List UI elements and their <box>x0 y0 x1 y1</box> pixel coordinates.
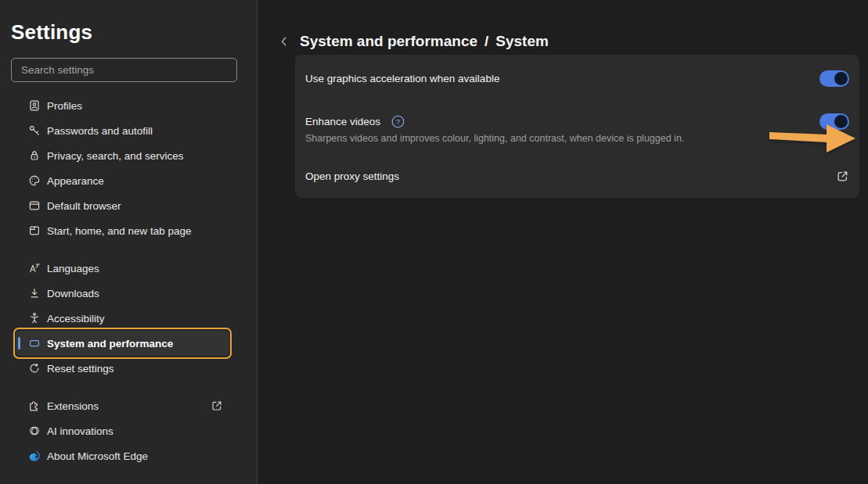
sidebar-item-label: Extensions <box>47 400 99 412</box>
sidebar-item-label: Privacy, search, and services <box>47 150 184 162</box>
setting-label: Enhance videos <box>305 116 380 127</box>
search-container <box>11 58 246 82</box>
sidebar-item-accessibility[interactable]: Accessibility <box>16 306 229 331</box>
sidebar-item-label: Start, home, and new tab page <box>47 225 192 237</box>
sidebar-item-label: Accessibility <box>47 313 105 324</box>
reset-icon <box>28 362 41 375</box>
sidebar-item-label: About Microsoft Edge <box>47 450 148 462</box>
sidebar-item-label: Passwords and autofill <box>47 125 153 137</box>
sidebar-item-label: Reset settings <box>47 363 114 375</box>
setting-label: Use graphics acceleration when available <box>305 73 499 84</box>
svg-text:?: ? <box>396 117 400 126</box>
key-icon <box>28 124 41 137</box>
system-settings-panel: Use graphics acceleration when available… <box>295 55 859 198</box>
sidebar-item-start-home-newtab[interactable]: Start, home, and new tab page <box>16 218 229 243</box>
nav-group-3: Extensions AI innovations <box>16 393 229 468</box>
selected-indicator <box>18 337 20 350</box>
external-link-icon <box>211 400 223 412</box>
toggle-knob <box>834 72 848 85</box>
sidebar-item-label: Appearance <box>47 175 104 187</box>
edge-settings-page: { "sidebar": { "title": "Settings", "sea… <box>0 0 868 484</box>
setting-description: Sharpens videos and improves colour, lig… <box>305 133 849 144</box>
label-cluster: Enhance videos ? <box>305 115 405 128</box>
puzzle-icon <box>28 400 41 412</box>
sidebar-item-label: Default browser <box>47 200 121 212</box>
edge-logo-icon <box>28 450 41 462</box>
sidebar-item-languages[interactable]: Languages <box>16 256 229 281</box>
sidebar-nav: Profiles Passwords and autofill Privacy,… <box>0 93 257 468</box>
palette-icon <box>28 174 41 187</box>
sidebar-item-about-edge[interactable]: About Microsoft Edge <box>16 443 229 468</box>
external-link-icon[interactable] <box>836 170 849 183</box>
sidebar-item-label: System and performance <box>47 338 173 350</box>
lock-icon <box>28 149 41 162</box>
ai-icon <box>28 425 41 437</box>
browser-window-icon <box>28 199 41 212</box>
monitor-icon <box>28 337 41 350</box>
sidebar-item-privacy[interactable]: Privacy, search, and services <box>16 143 229 168</box>
settings-sidebar: Settings Profiles Passwords and auto <box>0 0 258 484</box>
language-icon <box>28 262 41 274</box>
sidebar-item-passwords[interactable]: Passwords and autofill <box>16 118 229 143</box>
toggle-knob <box>834 115 848 128</box>
graphics-acceleration-toggle[interactable] <box>819 70 849 87</box>
breadcrumb-separator: / <box>484 33 488 50</box>
help-icon[interactable]: ? <box>391 115 405 128</box>
breadcrumb: System and performance / System <box>300 33 549 50</box>
tab-page-icon <box>28 224 41 237</box>
setting-row-graphics-acceleration: Use graphics acceleration when available <box>295 55 859 102</box>
sidebar-item-appearance[interactable]: Appearance <box>16 168 229 193</box>
search-input[interactable] <box>11 58 237 82</box>
accessibility-icon <box>28 312 41 324</box>
profile-badge-icon <box>28 99 41 112</box>
sidebar-item-reset-settings[interactable]: Reset settings <box>16 356 229 381</box>
sidebar-item-ai-innovations[interactable]: AI innovations <box>16 418 229 443</box>
chevron-left-icon <box>278 35 290 48</box>
setting-row-enhance-videos: Enhance videos ? Sharpens videos and imp… <box>295 102 859 154</box>
breadcrumb-parent[interactable]: System and performance <box>300 33 477 50</box>
nav-group-1: Profiles Passwords and autofill Privacy,… <box>16 93 229 243</box>
sidebar-item-profiles[interactable]: Profiles <box>16 93 229 118</box>
setting-row-top: Enhance videos ? <box>305 113 849 130</box>
sidebar-item-system-and-performance[interactable]: System and performance <box>16 331 229 356</box>
page-header: System and performance / System <box>278 33 549 50</box>
sidebar-item-label: AI innovations <box>47 425 113 437</box>
settings-main: System and performance / System Use grap… <box>258 0 868 484</box>
setting-row-open-proxy[interactable]: Open proxy settings <box>295 154 859 198</box>
sidebar-item-extensions[interactable]: Extensions <box>16 393 229 418</box>
download-icon <box>28 287 41 299</box>
sidebar-item-label: Languages <box>47 263 99 274</box>
sidebar-item-label: Profiles <box>47 100 82 112</box>
nav-group-2: Languages Downloads Accessibility <box>16 256 229 381</box>
back-button[interactable] <box>278 35 290 48</box>
enhance-videos-toggle[interactable] <box>819 113 849 130</box>
sidebar-item-label: Downloads <box>47 288 99 299</box>
sidebar-title: Settings <box>11 20 257 45</box>
sidebar-item-downloads[interactable]: Downloads <box>16 281 229 306</box>
setting-label: Open proxy settings <box>305 170 399 182</box>
sidebar-item-default-browser[interactable]: Default browser <box>16 193 229 218</box>
breadcrumb-current: System <box>495 33 549 50</box>
